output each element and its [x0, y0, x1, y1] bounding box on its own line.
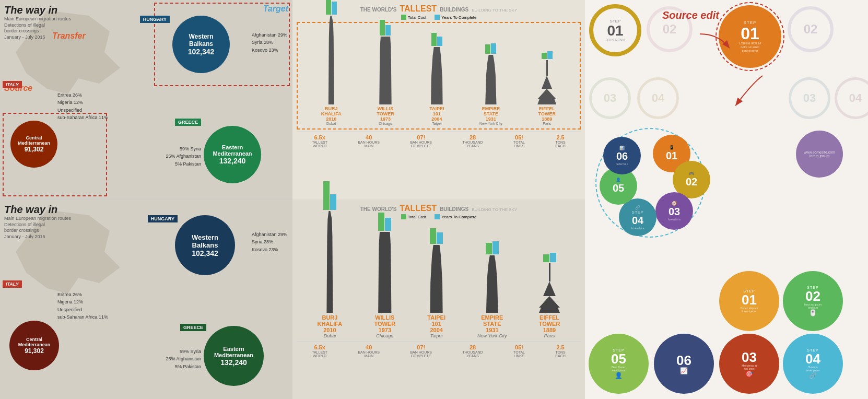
- empire-silhouette-top: [484, 55, 498, 104]
- stats-left-top: Eritrea 26% Nigeria 12% Unspecifiedsub-S…: [57, 91, 108, 122]
- legend-years-label-bottom: Years To Complete: [441, 215, 476, 219]
- stats-right-bottom: Afghanistan 29% Syria 28% Kosovo 23%: [252, 231, 287, 253]
- buildings-tallest-bottom: TALLEST: [400, 204, 437, 213]
- bottom-03-icon: 🎯: [745, 370, 753, 378]
- map-subtitle-bottom: Main European migration routesDetections…: [4, 216, 71, 240]
- source-edit-arrow: [697, 29, 739, 57]
- willis-label-bottom: WILLISTOWER 1973 Chicago: [374, 314, 395, 338]
- taipei-silhouette-top: [429, 47, 444, 104]
- buildings-chart-container-top: BURJKHALIFA 2010 Dubai WILLISTOWER 1973: [297, 22, 581, 130]
- eiffel-city-bottom: Paris: [539, 333, 560, 338]
- empire-silhouette-bottom: [484, 255, 500, 313]
- wheel-04: 🔗 STEP 04 Lorem fui a: [619, 198, 656, 236]
- burj-years-bar-top: [332, 2, 337, 15]
- bottom-05-icon: 👤: [615, 372, 623, 379]
- eiffel-name-bottom: EIFFELTOWER: [539, 314, 560, 327]
- building-taipei-top: TAIPEI101 2004 Taipei: [429, 33, 444, 125]
- footer-label-5-bottom: TOTALLINKS: [513, 350, 525, 358]
- building-taipei-bottom: TAIPEI101 2004 Taipei: [427, 228, 445, 338]
- willis-name-top: WILLISTOWER: [377, 106, 394, 116]
- source-edit-arrow-svg: [697, 29, 739, 55]
- footer-stat-1-top: 6.5x TALLESTWORLD: [312, 134, 327, 148]
- footer-label-6-top: TONSEACH: [555, 140, 565, 148]
- central-med-label-bottom: CentralMediterranean: [18, 337, 51, 347]
- eiffel-cost-bar-top: [542, 53, 547, 59]
- empire-year-bottom: 1931: [477, 327, 507, 333]
- taipei-name-bottom: TAIPEI101: [427, 314, 445, 327]
- stat-5pak-top: 5% Pakistan: [166, 160, 201, 168]
- bottom-02-num: 02: [805, 289, 820, 303]
- legend-cost-top: Total Cost: [401, 15, 427, 20]
- eiffel-name-top: EIFFELTOWER: [538, 106, 556, 116]
- bottom-01-desc: Donec aliquamlorem ipsum: [741, 307, 758, 313]
- step-01-large-desc: LOREM IPSUMdolor sit ametconsectetur: [739, 42, 761, 53]
- empire-label-bottom: EMPIRESTATE 1931 New York City: [477, 314, 507, 338]
- stats-footer-top: 6.5x TALLESTWORLD 40 BAN HOURSMAIN 07! B…: [297, 132, 581, 150]
- burj-silhouette-top: [326, 16, 336, 104]
- transfer-label-top: Transfer: [52, 31, 86, 41]
- willis-bars-bottom: [378, 213, 391, 231]
- buildings-chart-bottom: BURJKHALIFA 2010 Dubai WILLISTOWER 1973: [299, 224, 579, 338]
- burj-bars-top: [326, 0, 337, 15]
- to-wheel-arrow: [721, 73, 783, 117]
- eiffel-cost-bar-bottom: [543, 254, 549, 262]
- footer-num-4-bottom: 28: [462, 344, 483, 350]
- stat-kos-bottom: Kosovo 23%: [252, 246, 287, 253]
- burj-cost-bar-bottom: [323, 181, 330, 210]
- step-01-ring-topleft: STEP 01 JOIN NOW!: [589, 4, 641, 56]
- bottom-06: 06 📈: [654, 334, 714, 394]
- buildings-tallest-top: TALLEST: [400, 4, 437, 14]
- stat-eri-bottom: Eritrea 26%: [57, 291, 108, 298]
- legend-cost-label-bottom: Total Cost: [408, 215, 427, 219]
- willis-city-top: Chicago: [377, 122, 394, 125]
- eiffel-antenna-bottom: [549, 263, 550, 281]
- taipei-year-bottom: 2004: [427, 327, 445, 333]
- bottom-03-desc: Maecenas atnisi amet: [742, 364, 757, 370]
- stat-afg-bottom: Afghanistan 29%: [252, 231, 287, 238]
- map-title-bottom: The way in Main European migration route…: [4, 204, 71, 240]
- eiffel-mid-bottom: [539, 296, 560, 308]
- footer-num-6-top: 2.5: [555, 134, 565, 140]
- bottom-04-desc: Torundaamet ipsum: [806, 366, 820, 372]
- western-balkans-circle-bottom: WesternBalkans 102,342: [175, 215, 235, 275]
- building-willis-top: WILLISTOWER 1973 Chicago: [377, 20, 394, 125]
- footer-num-2-top: 40: [358, 134, 380, 140]
- bottom-03-num: 03: [742, 350, 757, 364]
- building-burj-bottom: BURJKHALIFA 2010 Dubai: [318, 181, 343, 338]
- middle-panel: THE WORLD'S TALLEST BUILDINGS BUILDING T…: [292, 0, 585, 399]
- wheel-03-num: 03: [668, 206, 680, 218]
- central-med-label-top: CentralMediterranean: [18, 135, 50, 146]
- legend-cost-dot-bottom: [401, 214, 406, 219]
- footer-stat-5-top: 05! TOTALLINKS: [513, 134, 525, 148]
- willis-silhouette-top: [379, 37, 392, 104]
- step-03-faded-right-num: 03: [803, 91, 816, 105]
- footer-num-1-top: 6.5x: [312, 134, 327, 140]
- eiffel-top-bottom: [543, 281, 556, 296]
- eiffel-antenna-top: [546, 60, 548, 76]
- willis-years-bar-top: [385, 25, 391, 36]
- wheel-06: 📊 06 porter fui a: [603, 137, 641, 174]
- eastern-med-num-bottom: 132,240: [220, 358, 247, 367]
- right-panel: STEP 01 JOIN NOW! 02 Source edit: [585, 0, 868, 399]
- greece-label-bottom: GREECE: [180, 324, 206, 331]
- bottom-05-num: 05: [611, 352, 626, 366]
- step-02-faded-right: 02: [788, 6, 834, 52]
- greece-label-top: GREECE: [175, 119, 201, 126]
- step-04-faded-right: 04: [835, 77, 868, 119]
- taipei-cost-bar-bottom: [430, 228, 436, 244]
- wheel-02-num: 02: [686, 176, 697, 188]
- buildings-title-bottom: BUILDINGS: [440, 206, 468, 212]
- bottom-02-desc: lacus ac ipsumtincidunt: [804, 303, 822, 309]
- taipei-name-top: TAIPEI101: [429, 106, 444, 116]
- empire-label-top: EMPIRESTATE 1931 New York City: [479, 106, 502, 125]
- eiffel-year-bottom: 1889: [539, 327, 560, 333]
- step-01-ring-sub: JOIN NOW!: [606, 38, 625, 42]
- buildings-sub-bottom: BUILDING TO THE SKY: [472, 207, 517, 212]
- willis-bars-top: [380, 20, 391, 36]
- footer-num-3-bottom: 07!: [410, 344, 432, 350]
- eiffel-label-bottom: EIFFELTOWER 1889 Paris: [539, 314, 560, 338]
- willis-silhouette-bottom: [378, 232, 392, 313]
- eiffel-year-top: 1889: [538, 116, 556, 122]
- stat-5pak-bottom: 5% Pakistan: [166, 363, 201, 370]
- eiffel-base-bottom: [539, 308, 560, 313]
